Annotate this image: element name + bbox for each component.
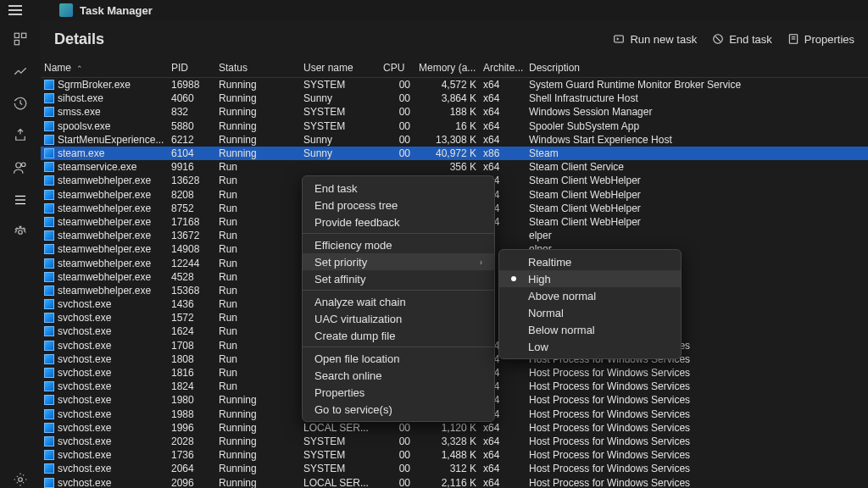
table-row[interactable]: sihost.exe4060RunningSunny003,864 Kx64Sh… [41, 92, 868, 105]
cell-user: SYSTEM [300, 106, 380, 118]
table-row[interactable]: svchost.exe2028RunningSYSTEM003,328 Kx64… [41, 435, 868, 448]
cell-desc: Steam Client Service [526, 161, 868, 173]
priority-high[interactable]: High [499, 270, 681, 287]
sidebar-history-icon[interactable] [12, 95, 29, 112]
file-icon [44, 341, 54, 351]
svg-rect-0 [14, 33, 19, 37]
chevron-right-icon: › [480, 258, 482, 267]
cell-user: SYSTEM [300, 435, 380, 447]
cell-mem: 2,116 K [415, 477, 480, 488]
table-row[interactable]: StartMenuExperience...6212RunningSunny00… [41, 133, 868, 147]
priority-below-normal[interactable]: Below normal [499, 321, 681, 338]
cell-desc: System Guard Runtime Monitor Broker Serv… [526, 79, 868, 91]
properties-button[interactable]: Properties [787, 33, 854, 46]
cell-pid: 17168 [168, 216, 215, 228]
cell-pid: 2028 [168, 435, 215, 447]
svg-point-3 [16, 163, 21, 168]
cell-pid: 16988 [168, 79, 215, 91]
cell-mem: 4,572 K [415, 79, 480, 91]
col-mem[interactable]: Memory (a... [415, 62, 480, 74]
cell-desc: Host Process for Windows Services [526, 394, 868, 406]
sidebar-settings-icon[interactable] [12, 471, 29, 488]
ctx-analyze-wait-chain[interactable]: Analyze wait chain [303, 293, 494, 310]
cell-name: svchost.exe [41, 312, 168, 324]
table-row[interactable]: steamservice.exe9916Run356 Kx64Steam Cli… [41, 160, 868, 174]
cell-arch: x64 [480, 422, 526, 434]
cell-pid: 15368 [168, 285, 215, 297]
cell-name: svchost.exe [41, 477, 168, 488]
ctx-open-file-location[interactable]: Open file location [303, 350, 494, 367]
ctx-uac-virtualization[interactable]: UAC virtualization [303, 310, 494, 327]
context-menu: End task End process tree Provide feedba… [302, 175, 495, 422]
ctx-properties[interactable]: Properties [303, 384, 494, 401]
priority-low[interactable]: Low [499, 338, 681, 355]
cell-name: steamwebhelper.exe [41, 230, 168, 241]
app-title: Task Manager [80, 4, 153, 17]
file-icon [44, 313, 54, 323]
cell-arch: x64 [480, 79, 526, 91]
file-icon [44, 258, 54, 269]
cell-name: svchost.exe [41, 353, 168, 365]
sidebar-processes-icon[interactable] [12, 30, 29, 47]
cell-pid: 1808 [168, 353, 215, 365]
table-row[interactable]: SgrmBroker.exe16988RunningSYSTEM004,572 … [41, 78, 868, 92]
priority-realtime[interactable]: Realtime [499, 253, 681, 270]
selected-dot-icon [511, 276, 516, 281]
priority-normal[interactable]: Normal [499, 304, 681, 321]
col-cpu[interactable]: CPU [380, 62, 415, 74]
ctx-end-task[interactable]: End task [303, 180, 494, 197]
col-name[interactable]: Name⌃ [41, 62, 168, 74]
file-icon [44, 409, 54, 419]
col-user[interactable]: User name [300, 62, 380, 74]
table-row[interactable]: svchost.exe2096RunningLOCAL SER...002,11… [41, 475, 868, 488]
cell-pid: 12244 [168, 258, 215, 269]
ctx-efficiency-mode[interactable]: Efficiency mode [303, 236, 494, 253]
ctx-set-priority-label: Set priority [314, 256, 367, 269]
table-row[interactable]: svchost.exe1996RunningLOCAL SER...001,12… [41, 421, 868, 435]
cell-cpu: 00 [380, 79, 415, 91]
sidebar-startup-icon[interactable] [12, 127, 29, 144]
col-pid[interactable]: PID [168, 62, 215, 74]
cell-pid: 1572 [168, 312, 215, 324]
end-task-button[interactable]: End task [712, 33, 772, 46]
cell-status: Run [215, 325, 300, 337]
cell-name: svchost.exe [41, 408, 168, 420]
ctx-go-to-services[interactable]: Go to service(s) [303, 401, 494, 418]
sidebar-users-icon[interactable] [12, 159, 29, 176]
sidebar-services-icon[interactable] [12, 224, 29, 241]
file-icon [44, 299, 54, 309]
cell-cpu: 00 [380, 477, 415, 488]
cell-status: Running [215, 92, 300, 104]
table-row[interactable]: steam.exe6104RunningSunny0040,972 Kx86St… [41, 147, 868, 160]
col-status[interactable]: Status [215, 62, 300, 74]
cell-name: svchost.exe [41, 422, 168, 434]
ctx-set-priority[interactable]: Set priority› [303, 253, 494, 270]
ctx-search-online[interactable]: Search online [303, 367, 494, 384]
table-row[interactable]: smss.exe832RunningSYSTEM00188 Kx64Window… [41, 105, 868, 119]
run-new-task-button[interactable]: Run new task [613, 33, 697, 46]
file-icon [44, 162, 54, 172]
table-row[interactable]: spoolsv.exe5880RunningSYSTEM0016 Kx64Spo… [41, 119, 868, 133]
cell-status: Running [215, 106, 300, 118]
cell-user: Sunny [300, 92, 380, 104]
menu-icon[interactable] [8, 5, 22, 15]
cell-name: steamwebhelper.exe [41, 285, 168, 297]
cell-desc: Steam [526, 147, 868, 159]
ctx-create-dump-file[interactable]: Create dump file [303, 327, 494, 344]
ctx-end-process-tree[interactable]: End process tree [303, 197, 494, 214]
cell-status: Running [215, 463, 300, 474]
sidebar-details-icon[interactable] [12, 191, 29, 208]
ctx-provide-feedback[interactable]: Provide feedback [303, 214, 494, 230]
table-row[interactable]: svchost.exe2064RunningSYSTEM00312 Kx64Ho… [41, 462, 868, 475]
cell-cpu: 00 [380, 463, 415, 474]
priority-above-normal[interactable]: Above normal [499, 287, 681, 304]
table-row[interactable]: svchost.exe1736RunningSYSTEM001,488 Kx64… [41, 448, 868, 462]
cell-status: Run [215, 216, 300, 228]
ctx-set-affinity[interactable]: Set affinity [303, 270, 494, 287]
page-header: Details Run new task End task Properties [41, 20, 868, 58]
sidebar-performance-icon[interactable] [12, 63, 29, 80]
col-arch[interactable]: Archite... [480, 62, 526, 74]
col-desc[interactable]: Description [526, 62, 868, 74]
file-icon [44, 381, 54, 391]
cell-pid: 14908 [168, 243, 215, 255]
